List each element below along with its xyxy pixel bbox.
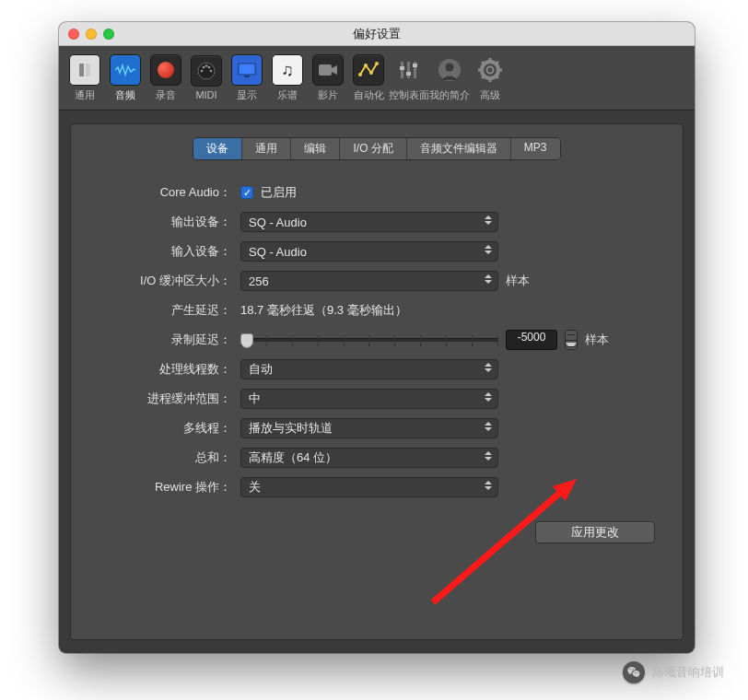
rec-latency-slider[interactable] [240, 338, 498, 342]
procbuf-select[interactable]: 中 [240, 389, 498, 409]
io-buffer-select[interactable]: 256 [240, 271, 498, 291]
latency-label: 产生延迟： [84, 302, 240, 319]
toolbar-item-midi[interactable]: MIDI [186, 52, 227, 104]
rec-latency-label: 录制延迟： [84, 332, 240, 348]
svg-rect-19 [400, 66, 404, 70]
toolbar-label: 控制表面 [389, 88, 429, 102]
svg-point-14 [369, 71, 373, 75]
svg-point-3 [201, 70, 204, 73]
input-device-select[interactable]: SQ - Audio [240, 241, 498, 262]
toolbar-item-record[interactable]: 录音 [146, 51, 186, 106]
svg-line-30 [482, 62, 485, 64]
toolbar-item-display[interactable]: 显示 [227, 51, 267, 106]
output-device-label: 输出设备： [84, 214, 240, 230]
faders-icon [398, 59, 420, 81]
rewire-select[interactable]: 关 [240, 477, 498, 497]
svg-point-25 [487, 66, 494, 73]
svg-rect-1 [86, 64, 90, 76]
subtab-edit[interactable]: 编辑 [291, 138, 340, 159]
svg-rect-17 [407, 62, 410, 78]
select-value: SQ - Audio [249, 245, 307, 259]
toolbar-item-controls[interactable]: 控制表面 [389, 51, 429, 106]
toolbar-item-score[interactable]: ♫ 乐谱 [267, 51, 308, 106]
svg-point-13 [364, 64, 368, 67]
svg-rect-0 [79, 64, 84, 76]
latency-value: 18.7 毫秒往返（9.3 毫秒输出） [240, 302, 407, 319]
svg-rect-21 [413, 64, 417, 67]
window-title: 偏好设置 [59, 26, 695, 42]
rec-latency-field[interactable]: -5000 [506, 330, 557, 350]
rewire-label: Rewire 操作： [84, 479, 240, 496]
sum-label: 总和： [84, 449, 240, 466]
input-device-label: 输入设备： [84, 243, 240, 260]
apply-button[interactable]: 应用更改 [535, 521, 655, 543]
svg-rect-8 [239, 64, 255, 75]
io-buffer-suffix: 样本 [506, 273, 530, 289]
select-value: 256 [249, 274, 269, 288]
toolbar-label: 自动化 [354, 88, 384, 102]
toolbar-label: 我的简介 [429, 88, 470, 102]
switch-icon [76, 62, 93, 78]
select-value: 播放与实时轨道 [249, 420, 333, 437]
svg-point-23 [446, 63, 454, 71]
content-area: 设备 通用 编辑 I/O 分配 音频文件编辑器 MP3 Core Audio： … [59, 111, 695, 653]
subtab-io[interactable]: I/O 分配 [340, 138, 406, 159]
automation-icon [358, 60, 379, 80]
toolbar-item-movie[interactable]: 影片 [308, 51, 348, 106]
camera-icon [318, 63, 338, 77]
toolbar: 通用 音频 录音 MIDI 显示 ♫ 乐谱 影片 自动化 [59, 46, 695, 111]
select-value: SQ - Audio [249, 216, 307, 229]
subtabs: 设备 通用 编辑 I/O 分配 音频文件编辑器 MP3 [84, 137, 670, 160]
toolbar-label: 高级 [480, 88, 500, 102]
music-note-icon: ♫ [281, 62, 294, 78]
toolbar-label: 显示 [237, 88, 257, 102]
toolbar-item-general[interactable]: 通用 [64, 51, 105, 106]
rec-latency-stepper[interactable] [565, 330, 578, 350]
display-icon [238, 63, 256, 77]
toolbar-label: 音频 [115, 88, 135, 102]
watermark: 陈曦音响培训 [623, 661, 724, 683]
svg-point-15 [375, 62, 379, 65]
record-icon [158, 62, 174, 78]
toolbar-item-advanced[interactable]: 高级 [470, 51, 510, 106]
multithread-select[interactable]: 播放与实时轨道 [240, 418, 498, 438]
toolbar-label: 录音 [156, 88, 176, 102]
profile-icon [438, 58, 462, 82]
svg-point-5 [203, 66, 205, 69]
threads-label: 处理线程数： [84, 361, 240, 378]
select-value: 中 [249, 391, 261, 407]
threads-select[interactable]: 自动 [240, 359, 498, 379]
svg-point-6 [208, 66, 211, 69]
subtab-device[interactable]: 设备 [193, 138, 242, 159]
sum-select[interactable]: 高精度（64 位） [240, 448, 498, 468]
watermark-text: 陈曦音响培训 [652, 664, 724, 681]
preferences-window: 偏好设置 通用 音频 录音 MIDI 显示 ♫ 乐谱 影片 [59, 22, 695, 653]
settings-panel: 设备 通用 编辑 I/O 分配 音频文件编辑器 MP3 Core Audio： … [70, 123, 684, 640]
select-value: 关 [249, 479, 261, 496]
gear-icon [478, 58, 502, 82]
subtab-general[interactable]: 通用 [242, 138, 291, 159]
svg-line-32 [496, 62, 498, 64]
subtab-audiofile[interactable]: 音频文件编辑器 [407, 138, 511, 159]
toolbar-item-profile[interactable]: 我的简介 [429, 51, 470, 106]
midi-icon [196, 61, 216, 81]
subtab-mp3[interactable]: MP3 [511, 138, 560, 159]
toolbar-label: 通用 [75, 88, 95, 102]
toolbar-item-audio[interactable]: 音频 [105, 51, 146, 106]
output-device-select[interactable]: SQ - Audio [240, 212, 498, 232]
svg-rect-20 [406, 72, 411, 76]
titlebar: 偏好设置 [59, 22, 695, 46]
core-audio-checkbox[interactable] [240, 186, 253, 199]
svg-point-4 [210, 70, 213, 73]
waveform-icon [115, 64, 135, 76]
svg-line-31 [496, 76, 498, 78]
svg-line-33 [482, 76, 485, 78]
toolbar-label: 乐谱 [277, 88, 298, 102]
toolbar-item-automation[interactable]: 自动化 [348, 51, 389, 106]
svg-rect-10 [319, 64, 332, 76]
core-audio-value: 已启用 [261, 184, 297, 201]
svg-point-12 [358, 73, 362, 76]
svg-point-7 [205, 64, 208, 67]
slider-thumb[interactable] [240, 333, 253, 348]
toolbar-label: MIDI [195, 89, 216, 100]
